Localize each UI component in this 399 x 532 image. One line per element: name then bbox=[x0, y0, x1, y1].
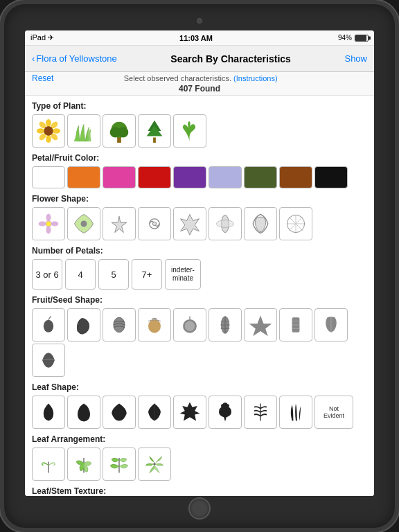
leaf-2[interactable] bbox=[67, 396, 100, 429]
leaf-1[interactable] bbox=[32, 396, 65, 429]
flower-shape-2[interactable] bbox=[67, 207, 100, 240]
page-title: Search By Characteristics bbox=[170, 53, 291, 64]
flower-shape-3[interactable] bbox=[103, 207, 136, 240]
plant-type-grass[interactable] bbox=[67, 114, 100, 148]
seed-4[interactable] bbox=[138, 308, 171, 342]
color-white[interactable] bbox=[32, 166, 65, 188]
back-button[interactable]: ‹ Flora of Yellowstone bbox=[32, 53, 117, 64]
petals-indeterminate[interactable]: indeter-minate bbox=[165, 259, 201, 290]
battery-fill bbox=[355, 35, 366, 41]
svg-point-19 bbox=[46, 227, 51, 234]
fruit-seed-label: Fruit/Seed Shape: bbox=[32, 295, 367, 305]
flower-shape-6[interactable] bbox=[209, 207, 242, 240]
plant-type-evergreen-tree[interactable] bbox=[138, 114, 171, 148]
seed-6[interactable] bbox=[209, 308, 242, 342]
seed-7[interactable] bbox=[244, 308, 277, 342]
color-black[interactable] bbox=[314, 166, 348, 188]
flower-shape-8[interactable] bbox=[279, 207, 312, 240]
reset-button[interactable]: Reset bbox=[32, 73, 53, 83]
flower-shape-5[interactable] bbox=[173, 207, 206, 240]
petals-row: 3 or 6 4 5 7+ indeter-minate bbox=[32, 259, 367, 290]
seed-8[interactable] bbox=[279, 308, 312, 342]
num-petals-label: Number of Petals: bbox=[32, 246, 367, 256]
seed-10[interactable] bbox=[32, 344, 65, 377]
arrangement-1[interactable] bbox=[32, 447, 65, 481]
ipad-label: iPad ✈ bbox=[30, 33, 54, 42]
tablet-top-bar bbox=[4, 11, 395, 30]
sub-nav: Reset Select observed characteristics. (… bbox=[25, 72, 374, 96]
plant-type-fern[interactable] bbox=[173, 114, 206, 148]
home-button[interactable] bbox=[188, 497, 211, 520]
svg-point-18 bbox=[46, 214, 51, 222]
seed-9[interactable] bbox=[314, 308, 348, 342]
instruction-text: Select observed characteristics. (Instru… bbox=[124, 74, 278, 82]
leaf-8-grass[interactable] bbox=[279, 396, 312, 429]
petal-color-label: Petal/Fruit Color: bbox=[32, 153, 367, 163]
flower-shape-row bbox=[32, 207, 367, 240]
seed-3[interactable] bbox=[103, 308, 136, 342]
flower-shape-4[interactable] bbox=[138, 207, 171, 240]
svg-point-25 bbox=[152, 222, 156, 225]
seed-2[interactable] bbox=[67, 308, 100, 342]
svg-point-33 bbox=[185, 321, 195, 331]
leaf-shape-row: NotEvident bbox=[32, 396, 367, 429]
svg-point-13 bbox=[118, 127, 128, 137]
leaf-texture-label: Leaf/Stem Texture: bbox=[32, 486, 367, 496]
arrangement-2[interactable] bbox=[67, 447, 100, 481]
svg-point-29 bbox=[44, 320, 53, 332]
svg-point-30 bbox=[114, 317, 125, 332]
leaf-shape-label: Leaf Shape: bbox=[32, 382, 367, 392]
petals-5[interactable]: 5 bbox=[98, 259, 129, 290]
svg-point-1 bbox=[46, 119, 51, 127]
petals-7plus[interactable]: 7+ bbox=[132, 259, 162, 290]
leaf-not-evident[interactable]: NotEvident bbox=[314, 396, 353, 429]
status-left: iPad ✈ bbox=[30, 33, 54, 42]
plant-type-deciduous-tree[interactable] bbox=[103, 114, 136, 148]
show-button[interactable]: Show bbox=[344, 53, 367, 64]
camera-icon bbox=[197, 18, 202, 24]
leaf-7-compound[interactable] bbox=[244, 396, 277, 429]
arrangement-4[interactable] bbox=[138, 447, 171, 481]
color-row bbox=[32, 166, 367, 188]
status-right: 94% bbox=[338, 34, 369, 42]
color-orange[interactable] bbox=[67, 166, 100, 188]
seed-1[interactable] bbox=[32, 308, 65, 342]
petals-4[interactable]: 4 bbox=[65, 259, 96, 290]
back-label: Flora of Yellowstone bbox=[36, 53, 116, 64]
svg-point-21 bbox=[51, 221, 59, 226]
svg-point-9 bbox=[44, 126, 53, 135]
arrangement-3[interactable] bbox=[103, 447, 136, 481]
svg-point-40 bbox=[153, 463, 156, 466]
status-bar: iPad ✈ 11:03 AM 94% bbox=[25, 30, 374, 46]
color-lavender[interactable] bbox=[209, 166, 242, 188]
found-count: 407 Found bbox=[179, 84, 220, 94]
flower-shape-7[interactable] bbox=[244, 207, 277, 240]
svg-point-4 bbox=[53, 128, 60, 134]
petals-3or6[interactable]: 3 or 6 bbox=[32, 259, 62, 290]
leaf-4[interactable] bbox=[138, 396, 171, 429]
leaf-arrangement-label: Leaf Arrangement: bbox=[32, 434, 367, 444]
battery-percent: 94% bbox=[338, 34, 352, 42]
instructions-link[interactable]: (Instructions) bbox=[233, 74, 278, 82]
battery-icon bbox=[355, 35, 369, 42]
leaf-6-oak[interactable] bbox=[209, 396, 242, 429]
screen: iPad ✈ 11:03 AM 94% ‹ Flora of Yellowsto… bbox=[25, 30, 374, 496]
flower-shape-label: Flower Shape: bbox=[32, 194, 367, 204]
leaf-5-maple[interactable] bbox=[173, 396, 206, 429]
svg-point-27 bbox=[216, 220, 233, 228]
color-olive[interactable] bbox=[244, 166, 277, 188]
color-purple[interactable] bbox=[173, 166, 206, 188]
svg-point-22 bbox=[46, 221, 51, 226]
color-red[interactable] bbox=[138, 166, 171, 188]
seed-5[interactable] bbox=[173, 308, 206, 342]
svg-rect-14 bbox=[153, 138, 156, 143]
color-pink[interactable] bbox=[103, 166, 136, 188]
color-brown[interactable] bbox=[279, 166, 312, 188]
content-area: Type of Plant: bbox=[25, 96, 374, 496]
plant-type-flower[interactable] bbox=[32, 114, 65, 148]
flower-shape-1[interactable] bbox=[32, 207, 65, 240]
svg-point-2 bbox=[46, 135, 51, 143]
svg-point-23 bbox=[81, 221, 87, 227]
leaf-arrangement-row bbox=[32, 447, 367, 481]
leaf-3[interactable] bbox=[103, 396, 136, 429]
